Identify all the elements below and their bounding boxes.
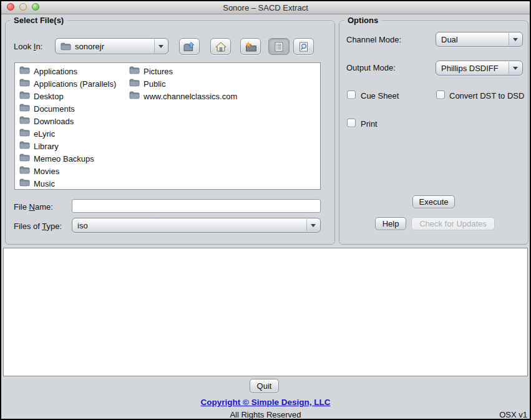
file-list-column-2: Pictures Public www.channelclassics.com bbox=[129, 65, 316, 102]
list-item-label: Applications (Parallels) bbox=[34, 79, 116, 89]
quit-button[interactable]: Quit bbox=[250, 379, 279, 393]
folder-icon bbox=[129, 79, 140, 89]
channel-mode-value: Dual bbox=[441, 35, 458, 44]
files-of-type-label: Files of Type: bbox=[14, 222, 62, 231]
channel-mode-label: Channel Mode: bbox=[346, 35, 401, 44]
folder-icon bbox=[19, 166, 30, 176]
chevron-down-icon bbox=[306, 219, 319, 232]
list-item-label: Music bbox=[34, 179, 55, 188]
file-list: Applications Applications (Parallels) De… bbox=[14, 62, 321, 190]
list-item[interactable]: Public bbox=[129, 77, 316, 90]
details-view-icon bbox=[299, 42, 309, 52]
files-of-type-combobox[interactable]: iso bbox=[72, 218, 321, 233]
up-folder-icon bbox=[183, 42, 195, 52]
list-item-label: Memeo Backups bbox=[34, 154, 94, 164]
list-view-icon bbox=[275, 42, 283, 52]
list-item[interactable]: Library bbox=[19, 140, 125, 152]
check-for-updates-button: Check for Updates bbox=[411, 217, 495, 230]
up-one-level-button[interactable] bbox=[179, 38, 200, 55]
list-item-label: Pictures bbox=[144, 67, 173, 76]
files-of-type-value: iso bbox=[77, 221, 88, 230]
output-mode-label: Output Mode: bbox=[346, 63, 396, 72]
folder-icon bbox=[19, 91, 30, 101]
look-in-combobox[interactable]: sonorejr bbox=[55, 38, 168, 54]
list-item[interactable]: Memeo Backups bbox=[19, 152, 125, 165]
folder-icon bbox=[129, 66, 140, 76]
folder-icon bbox=[19, 79, 30, 89]
window-title: Sonore – SACD Extract bbox=[1, 3, 530, 12]
folder-icon bbox=[19, 178, 30, 188]
app-window: Sonore – SACD Extract Select File(s) Loo… bbox=[0, 0, 531, 420]
list-item-label: www.channelclassics.com bbox=[144, 92, 237, 101]
chevron-down-icon bbox=[509, 62, 522, 74]
convert-dst-checkbox[interactable] bbox=[436, 90, 445, 99]
file-list-column-1: Applications Applications (Parallels) De… bbox=[19, 65, 125, 190]
home-icon bbox=[215, 42, 227, 52]
folder-icon bbox=[19, 154, 30, 164]
rights-text: All Rights Reserved bbox=[0, 410, 531, 419]
list-item-label: Public bbox=[144, 79, 165, 89]
execute-button[interactable]: Execute bbox=[412, 195, 455, 208]
list-item[interactable]: Music bbox=[19, 177, 125, 190]
details-view-button[interactable] bbox=[293, 38, 314, 55]
list-item-label: Downloads bbox=[34, 117, 74, 126]
list-view-button[interactable] bbox=[268, 38, 290, 55]
cue-sheet-checkbox[interactable] bbox=[347, 90, 356, 99]
list-item[interactable]: Applications (Parallels) bbox=[19, 77, 125, 90]
cue-sheet-label: Cue Sheet bbox=[361, 91, 399, 100]
list-item[interactable]: Documents bbox=[19, 102, 125, 115]
list-item[interactable]: Applications bbox=[19, 65, 125, 77]
list-item[interactable]: www.channelclassics.com bbox=[129, 90, 316, 102]
new-folder-icon bbox=[245, 42, 257, 52]
convert-dst-label: Convert DST to DSD bbox=[449, 91, 524, 100]
folder-icon bbox=[19, 66, 30, 76]
list-item[interactable]: Movies bbox=[19, 165, 125, 177]
list-item[interactable]: Downloads bbox=[19, 115, 125, 127]
list-item-label: Desktop bbox=[34, 92, 64, 101]
new-folder-button[interactable] bbox=[240, 38, 261, 55]
print-checkbox[interactable] bbox=[347, 119, 356, 127]
list-item-label: Movies bbox=[34, 167, 59, 176]
channel-mode-combobox[interactable]: Dual bbox=[436, 32, 523, 47]
folder-icon bbox=[19, 116, 30, 126]
output-mode-value: Phillips DSDIFF bbox=[441, 64, 499, 73]
file-name-label: File Name: bbox=[14, 202, 53, 212]
output-log bbox=[3, 248, 528, 376]
chevron-down-icon bbox=[509, 33, 522, 46]
file-name-input[interactable] bbox=[72, 199, 321, 213]
select-files-legend: Select File(s) bbox=[11, 16, 67, 25]
folder-icon bbox=[19, 141, 30, 151]
help-button[interactable]: Help bbox=[375, 217, 406, 230]
home-button[interactable] bbox=[210, 38, 231, 55]
look-in-label: Look In: bbox=[14, 42, 42, 51]
list-item[interactable]: eLyric bbox=[19, 127, 125, 140]
list-item[interactable]: Desktop bbox=[19, 90, 125, 102]
options-legend: Options bbox=[344, 16, 381, 25]
print-label: Print bbox=[361, 119, 378, 129]
chevron-down-icon bbox=[154, 39, 167, 53]
folder-icon bbox=[61, 42, 71, 51]
platform-version: OSX v1 bbox=[499, 410, 527, 419]
folder-icon bbox=[19, 129, 30, 139]
copyright-link[interactable]: Copyright © Simple Design, LLC bbox=[0, 398, 531, 407]
list-item-label: Library bbox=[34, 142, 59, 151]
look-in-value: sonorejr bbox=[75, 42, 104, 51]
folder-icon bbox=[19, 104, 30, 114]
options-group: Options bbox=[339, 21, 529, 245]
output-mode-combobox[interactable]: Phillips DSDIFF bbox=[436, 61, 523, 76]
list-item-label: Documents bbox=[34, 104, 75, 114]
list-item[interactable]: Pictures bbox=[129, 65, 316, 77]
folder-icon bbox=[129, 91, 140, 101]
list-item-label: eLyric bbox=[34, 129, 55, 139]
list-item-label: Applications bbox=[34, 67, 77, 76]
titlebar: Sonore – SACD Extract bbox=[1, 1, 530, 14]
